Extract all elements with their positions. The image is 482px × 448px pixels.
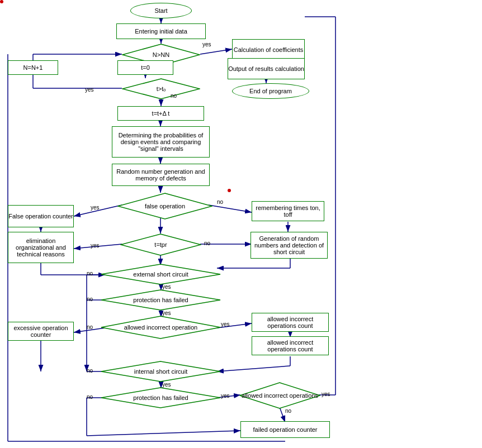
n-gt-nn-yes-label: yes <box>202 41 211 47</box>
excess-counter-node: excessive operation counter <box>8 322 74 341</box>
det-prob-node: Determining the probabilities of design … <box>112 126 210 158</box>
allow-incorr2-no: no <box>285 408 291 414</box>
allow-incorr2-yes: yes <box>322 391 330 397</box>
t-gt-t0-node: t>t₀ <box>122 78 200 99</box>
int-short-node: internal short circuit <box>101 361 221 382</box>
prot-fail2-no: no <box>87 394 93 400</box>
allow-incorr2-label: allowed incorrect operations <box>240 391 319 400</box>
t-tpr-yes: yes <box>91 242 100 249</box>
prot-fail2-label: protection has failed <box>132 393 189 402</box>
false-op-node: false operation <box>117 193 212 220</box>
t-tpr-no: no <box>204 240 210 246</box>
svg-line-18 <box>209 205 252 212</box>
allow-incorr-yes: yes <box>221 321 230 327</box>
elim-node: elimination organizational and technical… <box>8 232 74 263</box>
ext-short-no: no <box>87 270 93 277</box>
allow-incorr2-node: allowed incorrect operations <box>239 382 320 409</box>
t-zero-node: t=0 <box>117 60 173 75</box>
allow-incorr-no: no <box>87 324 93 330</box>
t-tpr-node: t=tpr <box>120 233 201 256</box>
calc-coeff-node: Calculation of coefficients <box>232 39 305 60</box>
t-gt-t0-label: t>t₀ <box>155 84 167 94</box>
t-incr-node: t=t+Δ t <box>117 106 204 121</box>
red-dot <box>228 189 231 192</box>
false-op-label: false operation <box>144 202 186 211</box>
ext-short-label: external short circuit <box>132 270 189 279</box>
n-gt-nn-label: N>NN <box>152 50 171 59</box>
svg-line-46 <box>280 407 285 422</box>
rand-gen-node: Random number generation and memory of d… <box>112 164 210 186</box>
prot-fail1-node: protection has failed <box>101 289 221 311</box>
n-incr-node: N=N+1 <box>8 60 58 75</box>
failed-counter-node: failed operation counter <box>240 421 330 438</box>
false-op-yes: yes <box>91 204 100 211</box>
gen-short-node: Generation of random numbers and detecti… <box>251 232 328 259</box>
svg-line-4 <box>200 49 232 54</box>
allow-count2-node: allowed incorrect operations count <box>252 336 329 355</box>
int-short-no: no <box>87 368 93 374</box>
output-node: Output of results calculation <box>228 58 305 79</box>
prot-fail1-label: protection has failed <box>132 296 189 304</box>
allow-incorr-label: allowed incorrect operation <box>123 323 199 332</box>
entering-node: Entering initial data <box>116 23 206 39</box>
t-gt-t0-no: no <box>171 93 177 99</box>
false-op-no: no <box>217 199 223 205</box>
int-short-label: internal short circuit <box>133 367 188 376</box>
prot-fail2-node: protection has failed <box>101 387 221 408</box>
ext-short-node: external short circuit <box>101 264 221 285</box>
remember-ton-node: remembering times ton, toff <box>252 201 324 221</box>
t-gt-t0-yes: yes <box>85 87 94 93</box>
end-prog-node: End of program <box>232 83 309 99</box>
svg-line-45 <box>87 431 240 436</box>
prot-fail1-no: no <box>87 296 93 302</box>
false-counter-node: False operation counter <box>8 205 74 227</box>
start-node: Start <box>130 3 192 18</box>
allow-count1-node: allowed incorrect operations count <box>252 313 329 332</box>
svg-line-39 <box>217 366 290 371</box>
prot-fail2-yes: yes <box>221 393 230 399</box>
allow-incorr-node: allowed incorrect operation <box>101 316 221 339</box>
t-tpr-label: t=tpr <box>153 240 168 249</box>
